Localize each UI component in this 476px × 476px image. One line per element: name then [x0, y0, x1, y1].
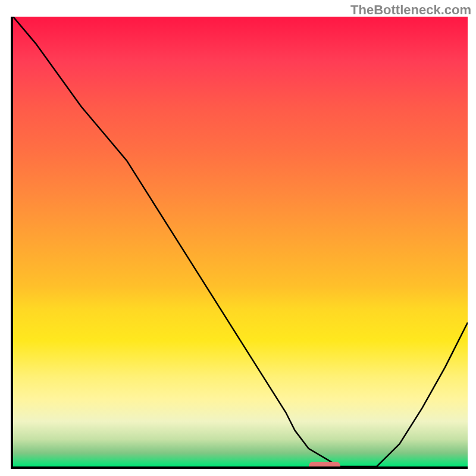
watermark-text: TheBottleneck.com — [350, 2, 471, 18]
bottleneck-curve — [13, 17, 468, 466]
plot-area — [11, 17, 468, 469]
optimal-marker — [309, 462, 340, 469]
curve-svg — [13, 17, 468, 466]
chart-container: TheBottleneck.com — [0, 0, 476, 476]
